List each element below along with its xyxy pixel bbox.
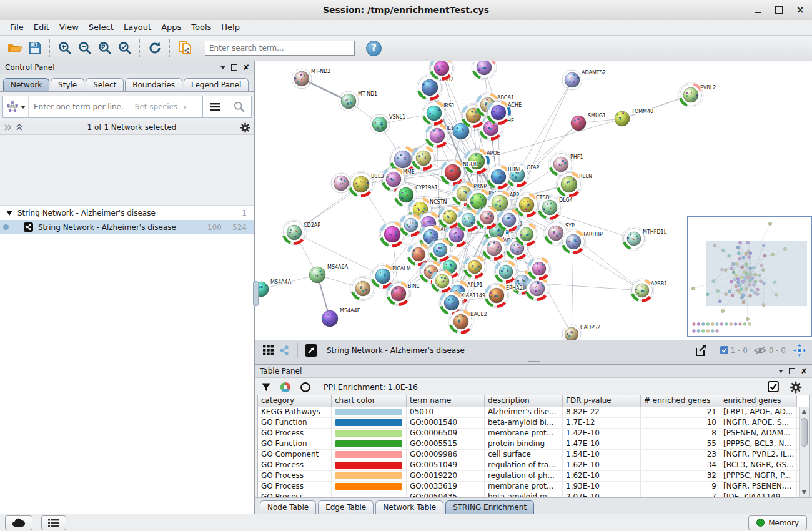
close-panel-icon[interactable]: ✘ — [801, 368, 807, 374]
panel-splitter-handle[interactable] — [253, 281, 259, 306]
scroll-down-icon[interactable] — [800, 487, 809, 497]
network-node-MT-ND2[interactable]: MT-ND2 — [292, 69, 330, 89]
birds-eye-view[interactable] — [687, 216, 812, 337]
collapse-all-icon[interactable] — [4, 124, 12, 131]
table-tab-node-table[interactable]: Node Table — [260, 500, 316, 514]
minimize-button[interactable] — [753, 6, 762, 14]
navigator-toggle-icon[interactable] — [792, 343, 807, 358]
tab-network[interactable]: Network — [3, 78, 49, 91]
network-node-MS4A6A[interactable]: MS4A6A — [309, 264, 349, 283]
menu-item-tools[interactable]: Tools — [186, 20, 216, 35]
network-node-TOMM40[interactable]: TOMM40 — [615, 109, 653, 126]
scroll-up-icon[interactable] — [800, 407, 809, 417]
network-node[interactable] — [527, 257, 551, 280]
export-network-icon[interactable] — [692, 342, 710, 359]
close-panel-icon[interactable]: ✘ — [243, 64, 249, 71]
string-logo-dropdown[interactable]: STRING — [3, 96, 29, 117]
network-node[interactable] — [463, 255, 487, 279]
network-node-MTHFD1L[interactable]: MTHFD1L — [622, 227, 667, 251]
search-input[interactable] — [205, 41, 355, 56]
network-node-IL1B[interactable]: IL1B — [425, 123, 457, 148]
string-query-input[interactable] — [29, 96, 135, 117]
cloud-tasks-button[interactable] — [5, 515, 32, 530]
network-options-gear-icon[interactable] — [240, 122, 250, 133]
network-node-MS4A4A[interactable]: MS4A4A — [255, 279, 292, 297]
panel-menu-icon[interactable] — [778, 370, 783, 373]
network-node[interactable] — [430, 269, 454, 293]
network-node-CD2AP[interactable]: CD2AP — [282, 220, 320, 245]
minimap-viewport[interactable] — [706, 241, 807, 306]
refresh-icon[interactable] — [145, 38, 165, 58]
string-view-icon[interactable] — [276, 342, 292, 359]
enrichment-row[interactable]: GO ComponentGO:0009986cell surface1.54E-… — [258, 450, 809, 460]
zoom-selected-button[interactable] — [115, 38, 135, 58]
network-node-ACHE[interactable]: ACHE — [486, 100, 522, 125]
menu-item-edit[interactable]: Edit — [29, 20, 54, 35]
open-session-button[interactable] — [5, 38, 25, 58]
select-columns-icon[interactable] — [768, 381, 780, 393]
table-tab-edge-table[interactable]: Edge Table — [318, 500, 374, 514]
save-session-button[interactable] — [25, 38, 45, 58]
column-header-fdr-p-value[interactable]: FDR p-value — [563, 395, 641, 407]
enrichment-row[interactable]: GO ProcessGO:0033619membrane prot...1.93… — [258, 482, 809, 492]
network-node-GFAP[interactable]: GFAP — [505, 162, 540, 187]
enrichment-row[interactable]: GO ProcessGO:0019220regulation of ph...1… — [258, 471, 809, 482]
enrichment-row[interactable]: GO ProcessGO:0050435beta-amyloid m...2.0… — [258, 492, 809, 497]
menu-item-view[interactable]: View — [54, 20, 84, 35]
network-node-BACE2[interactable]: BACE2 — [448, 309, 487, 334]
network-node-IRS1[interactable]: IRS1 — [422, 101, 455, 126]
panel-menu-icon[interactable] — [220, 66, 225, 69]
network-canvas[interactable]: MT-ND2MT-ND1VSNL1GAB2ADAMTS2SMUG1TOMM40P… — [255, 61, 812, 340]
network-collection-row[interactable]: String Network - Alzheimer's disease 1 — [0, 206, 254, 220]
tab-boundaries[interactable]: Boundaries — [125, 78, 182, 91]
string-search-button[interactable] — [227, 96, 251, 117]
help-button[interactable]: ? — [366, 41, 382, 56]
network-node[interactable] — [428, 238, 452, 262]
network-node[interactable] — [411, 146, 436, 171]
enrichment-row[interactable]: GO FunctionGO:0001540beta-amyloid bi...1… — [258, 418, 809, 429]
table-tab-network-table[interactable]: Network Table — [375, 500, 443, 514]
float-panel-icon[interactable] — [789, 368, 795, 374]
filter-icon[interactable] — [261, 382, 271, 392]
enrichment-row[interactable]: GO ProcessGO:0051049regulation of tra...… — [258, 460, 809, 471]
task-history-button[interactable] — [41, 515, 66, 530]
zoom-in-button[interactable] — [55, 38, 75, 58]
table-scrollbar[interactable] — [799, 407, 809, 497]
expand-all-icon[interactable] — [15, 124, 24, 131]
ring-chart-icon[interactable] — [300, 382, 311, 393]
close-button[interactable]: × — [796, 6, 805, 14]
network-node[interactable] — [475, 206, 499, 229]
selected-nodes-checkbox-icon[interactable] — [720, 346, 728, 354]
expander-icon[interactable] — [6, 211, 12, 216]
network-node[interactable] — [494, 260, 518, 284]
network-node-VSNL1[interactable]: VSNL1 — [370, 114, 405, 134]
network-node-BCL3[interactable]: BCL3 — [348, 171, 384, 197]
table-tab-string-enrichment[interactable]: STRING Enrichment — [445, 500, 534, 514]
enrichment-row[interactable]: GO FunctionGO:0005515protein binding1.47… — [258, 439, 809, 450]
network-node[interactable] — [472, 61, 497, 80]
network-node-BIN1[interactable]: BIN1 — [386, 281, 420, 306]
network-node[interactable] — [331, 173, 351, 193]
column-header-chart-color[interactable]: chart color — [332, 395, 407, 407]
tab-select[interactable]: Select — [86, 78, 124, 91]
menu-item-help[interactable]: Help — [216, 20, 245, 35]
column-header-term-name[interactable]: term name — [407, 395, 485, 407]
network-node-PVRL2[interactable]: PVRL2 — [678, 82, 716, 107]
network-node-APBB1[interactable]: APBB1 — [630, 279, 667, 302]
zoom-fit-button[interactable] — [95, 38, 115, 58]
tab-legend-panel[interactable]: Legend Panel — [184, 78, 249, 91]
menu-item-file[interactable]: File — [5, 20, 29, 35]
network-node[interactable] — [515, 222, 538, 246]
column-header-category[interactable]: category — [258, 395, 332, 407]
network-node-TARDBP[interactable]: TARDBP — [561, 229, 603, 254]
enrichment-row[interactable]: GO ProcessGO:0006509membrane prot...1.42… — [258, 429, 809, 439]
maximize-button[interactable] — [775, 6, 783, 14]
network-node[interactable] — [525, 276, 550, 301]
scrollbar-thumb[interactable] — [801, 418, 808, 447]
table-settings-gear-icon[interactable] — [790, 381, 802, 394]
network-node[interactable] — [399, 213, 423, 237]
grid-view-icon[interactable] — [260, 342, 276, 359]
tab-style[interactable]: Style — [51, 78, 84, 91]
float-panel-icon[interactable] — [231, 64, 237, 71]
network-node-EPHA5[interactable]: EPHA5 — [484, 283, 522, 308]
